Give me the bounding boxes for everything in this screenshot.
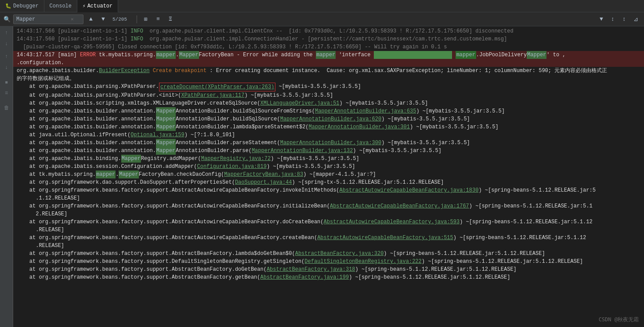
tab-debugger[interactable]: 🐛 Debugger bbox=[0, 0, 44, 12]
log-line: 的字符数据或标记组成。 bbox=[13, 75, 644, 83]
log-line: at org.springframework.beans.factory.sup… bbox=[13, 250, 644, 258]
filter-btn-2[interactable]: ≡ bbox=[153, 15, 163, 24]
log-line: at org.springframework.beans.factory.sup… bbox=[13, 202, 644, 210]
log-line: at org.apache.ibatis.scripting.xmltags.X… bbox=[13, 99, 644, 107]
log-line: at org.apache.ibatis.parsing.XPathParser… bbox=[13, 91, 644, 99]
scroll-down-button[interactable]: ▼ bbox=[597, 15, 606, 24]
arrow-up2-button[interactable]: ↑ bbox=[1, 52, 12, 62]
log-line: at org.springframework.beans.factory.sup… bbox=[13, 234, 644, 242]
search-input-wrapper: ✕ bbox=[13, 15, 83, 24]
log-line: at org.springframework.beans.factory.sup… bbox=[13, 186, 644, 194]
sort-btn-1[interactable]: ↕ bbox=[608, 15, 618, 24]
search-input[interactable] bbox=[16, 16, 69, 22]
log-line: at org.apache.ibatis.parsing.XPathParser… bbox=[13, 83, 644, 91]
filter-btn-3[interactable]: Ξ bbox=[166, 15, 175, 24]
debugger-icon: 🐛 bbox=[5, 3, 11, 9]
trash-icon[interactable]: 🗑 bbox=[1, 103, 12, 113]
sort-btn-2[interactable]: ↕ bbox=[619, 15, 629, 24]
tab-bar: 🐛 Debugger Console ⚡ Actuator bbox=[0, 0, 644, 12]
separator-1 bbox=[137, 15, 137, 23]
log-line: at org.apache.ibatis.builder.annotation.… bbox=[13, 147, 644, 155]
log-line: 14:43:17.566 [pulsar-client-io-1-1] INFO… bbox=[13, 27, 644, 35]
search-icon: 🔍 bbox=[4, 16, 11, 23]
arrow-down2-button[interactable]: ↓ bbox=[1, 63, 12, 73]
log-line: .configuration. bbox=[13, 59, 644, 67]
arrow-down-button[interactable]: ↓ bbox=[1, 39, 12, 49]
tab-debugger-label: Debugger bbox=[13, 3, 39, 9]
match-count: 5/205 bbox=[111, 17, 133, 22]
log-line: 14:43:17.560 [pulsar-client-io-1-1] INFO… bbox=[13, 35, 644, 43]
log-line: at org.springframework.beans.factory.sup… bbox=[13, 265, 644, 273]
log-line: at org.springframework.beans.factory.sup… bbox=[13, 218, 644, 226]
prev-match-button[interactable]: ▲ bbox=[86, 15, 96, 24]
log-line: .RELEASE] bbox=[13, 226, 644, 234]
log-line: [pulsar-cluster-qa-295-59565] Closed con… bbox=[13, 43, 644, 51]
log-line: at org.apache.ibatis.session.Configurati… bbox=[13, 163, 644, 171]
log-line: at org.springframework.beans.factory.sup… bbox=[13, 273, 644, 281]
log-line: at org.apache.ibatis.builder.annotation.… bbox=[13, 115, 644, 123]
log-line: at java.util.Optional.ifPresent(Optional… bbox=[13, 131, 644, 139]
log-line: .RELEASE] bbox=[13, 242, 644, 250]
log-line-exception: org.apache.ibatis.builder.BuilderExcepti… bbox=[13, 67, 644, 75]
search-bar: 🔍 ✕ ▲ ▼ 5/205 ⊞ ≡ Ξ ▼ ↕ ↕ ⊿ bbox=[0, 12, 644, 26]
log-line: at org.apache.ibatis.builder.annotation.… bbox=[13, 107, 644, 115]
log-line: 2.RELEASE] bbox=[13, 210, 644, 218]
filter-toggle-button[interactable]: ⊿ bbox=[631, 15, 640, 24]
log-line: .1.12.RELEASE] bbox=[13, 194, 644, 202]
arrow-up-button[interactable]: ↑ bbox=[1, 28, 12, 38]
tab-actuator-label: Actuator bbox=[87, 3, 113, 9]
side-panel: ↑ ↓ ↑ ↓ ◼ ≡ 🗑 bbox=[0, 26, 13, 327]
log-line: at org.springframework.dao.support.DaoSu… bbox=[13, 178, 644, 186]
log-area[interactable]: 14:43:17.566 [pulsar-client-io-1-1] INFO… bbox=[13, 26, 644, 327]
log-line: at org.apache.ibatis.binding.MapperRegis… bbox=[13, 155, 644, 163]
filter-btn-1[interactable]: ⊞ bbox=[141, 15, 151, 24]
next-match-button[interactable]: ▼ bbox=[98, 15, 108, 24]
log-line: at org.springframework.beans.factory.sup… bbox=[13, 258, 644, 265]
watermark: CSDN @秋夜无霜 bbox=[599, 316, 639, 323]
tab-console[interactable]: Console bbox=[44, 0, 77, 12]
main-area: ↑ ↓ ↑ ↓ ◼ ≡ 🗑 14:43:17.566 [pulsar-clien… bbox=[0, 26, 644, 327]
log-line: at tk.mybatis.spring.mapper.MapperFactor… bbox=[13, 171, 644, 178]
log-line: at org.apache.ibatis.builder.annotation.… bbox=[13, 123, 644, 131]
search-close-button[interactable]: ✕ bbox=[71, 16, 74, 22]
log-line-error-mapper: 14:43:17.517 [main] ERROR tk.mybatis.spr… bbox=[13, 51, 644, 59]
tab-console-label: Console bbox=[50, 3, 72, 9]
toolbar-right: ▼ ↕ ↕ ⊿ bbox=[597, 15, 640, 24]
tab-actuator[interactable]: ⚡ Actuator bbox=[77, 0, 118, 12]
log-line: at org.apache.ibatis.builder.annotation.… bbox=[13, 139, 644, 147]
debug-icon[interactable]: ◼ bbox=[1, 77, 12, 87]
console-icon[interactable]: ≡ bbox=[1, 88, 12, 98]
actuator-icon: ⚡ bbox=[83, 3, 86, 9]
